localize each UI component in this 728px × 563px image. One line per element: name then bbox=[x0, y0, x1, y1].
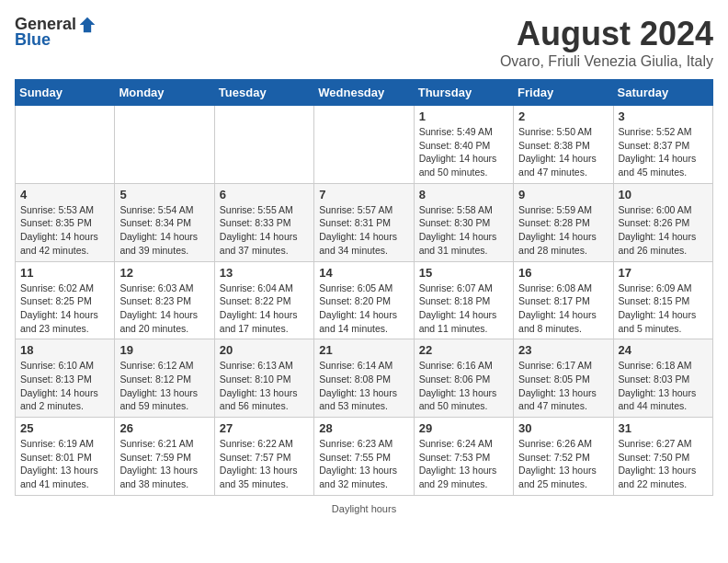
day-number: 17 bbox=[619, 266, 708, 280]
calendar-cell: 25Sunrise: 6:19 AMSunset: 8:01 PMDayligh… bbox=[16, 418, 115, 496]
header-friday: Friday bbox=[514, 80, 613, 106]
day-info: Sunrise: 6:18 AMSunset: 8:03 PMDaylight:… bbox=[619, 359, 708, 413]
day-number: 6 bbox=[220, 188, 309, 201]
day-number: 21 bbox=[319, 343, 408, 357]
calendar-cell: 29Sunrise: 6:24 AMSunset: 7:53 PMDayligh… bbox=[414, 418, 513, 496]
calendar-header-row: SundayMondayTuesdayWednesdayThursdayFrid… bbox=[16, 80, 713, 106]
day-info: Sunrise: 6:13 AMSunset: 8:10 PMDaylight:… bbox=[220, 359, 309, 413]
day-info: Sunrise: 6:19 AMSunset: 8:01 PMDaylight:… bbox=[20, 437, 109, 491]
header-monday: Monday bbox=[115, 80, 214, 106]
day-info: Sunrise: 5:59 AMSunset: 8:28 PMDaylight:… bbox=[518, 203, 608, 258]
day-info: Sunrise: 6:04 AMSunset: 8:22 PMDaylight:… bbox=[220, 282, 309, 336]
day-info: Sunrise: 5:57 AMSunset: 8:31 PMDaylight:… bbox=[319, 203, 408, 258]
day-info: Sunrise: 6:00 AMSunset: 8:26 PMDaylight:… bbox=[619, 203, 708, 258]
day-info: Sunrise: 5:52 AMSunset: 8:37 PMDaylight:… bbox=[619, 125, 708, 179]
calendar-cell: 2Sunrise: 5:50 AMSunset: 8:38 PMDaylight… bbox=[514, 106, 613, 184]
day-number: 20 bbox=[220, 343, 309, 357]
calendar-cell: 9Sunrise: 5:59 AMSunset: 8:28 PMDaylight… bbox=[514, 183, 613, 261]
day-number: 9 bbox=[518, 188, 608, 201]
day-info: Sunrise: 6:23 AMSunset: 7:55 PMDaylight:… bbox=[319, 437, 408, 491]
day-info: Sunrise: 6:12 AMSunset: 8:12 PMDaylight:… bbox=[119, 359, 209, 413]
day-info: Sunrise: 6:17 AMSunset: 8:05 PMDaylight:… bbox=[518, 359, 608, 413]
calendar-cell: 27Sunrise: 6:22 AMSunset: 7:57 PMDayligh… bbox=[214, 418, 313, 496]
calendar-cell bbox=[314, 106, 414, 184]
calendar-cell: 24Sunrise: 6:18 AMSunset: 8:03 PMDayligh… bbox=[613, 339, 712, 418]
day-number: 2 bbox=[518, 109, 608, 123]
calendar-cell: 15Sunrise: 6:07 AMSunset: 8:18 PMDayligh… bbox=[414, 261, 513, 339]
day-number: 30 bbox=[518, 421, 608, 435]
day-info: Sunrise: 6:22 AMSunset: 7:57 PMDaylight:… bbox=[220, 437, 309, 491]
day-info: Sunrise: 5:54 AMSunset: 8:34 PMDaylight:… bbox=[119, 203, 209, 258]
calendar-cell: 14Sunrise: 6:05 AMSunset: 8:20 PMDayligh… bbox=[314, 261, 414, 339]
calendar-cell: 17Sunrise: 6:09 AMSunset: 8:15 PMDayligh… bbox=[613, 261, 712, 339]
svg-marker-0 bbox=[80, 17, 96, 32]
day-info: Sunrise: 5:55 AMSunset: 8:33 PMDaylight:… bbox=[220, 203, 309, 258]
day-info: Sunrise: 5:58 AMSunset: 8:30 PMDaylight:… bbox=[419, 203, 508, 258]
day-number: 18 bbox=[20, 343, 109, 357]
header-sunday: Sunday bbox=[16, 80, 115, 106]
day-number: 5 bbox=[119, 188, 209, 201]
day-info: Sunrise: 6:16 AMSunset: 8:06 PMDaylight:… bbox=[419, 359, 508, 413]
header: General Blue August 2024 Ovaro, Friuli V… bbox=[15, 15, 713, 70]
footer-text: Daylight hours bbox=[332, 503, 396, 514]
day-info: Sunrise: 5:49 AMSunset: 8:40 PMDaylight:… bbox=[419, 125, 508, 179]
day-number: 25 bbox=[20, 421, 109, 435]
day-number: 3 bbox=[619, 109, 708, 123]
calendar-cell: 1Sunrise: 5:49 AMSunset: 8:40 PMDaylight… bbox=[414, 106, 513, 184]
logo-blue: Blue bbox=[15, 30, 51, 50]
main-title: August 2024 bbox=[500, 15, 713, 53]
day-number: 23 bbox=[518, 343, 608, 357]
title-area: August 2024 Ovaro, Friuli Venezia Giulia… bbox=[500, 15, 713, 70]
day-number: 14 bbox=[319, 266, 408, 280]
week-row-3: 18Sunrise: 6:10 AMSunset: 8:13 PMDayligh… bbox=[16, 339, 713, 418]
day-number: 31 bbox=[619, 421, 708, 435]
header-thursday: Thursday bbox=[414, 80, 513, 106]
day-info: Sunrise: 6:08 AMSunset: 8:17 PMDaylight:… bbox=[518, 282, 608, 336]
logo-icon bbox=[78, 16, 97, 34]
calendar-cell: 4Sunrise: 5:53 AMSunset: 8:35 PMDaylight… bbox=[16, 183, 115, 261]
week-row-0: 1Sunrise: 5:49 AMSunset: 8:40 PMDaylight… bbox=[16, 106, 713, 184]
day-info: Sunrise: 6:03 AMSunset: 8:23 PMDaylight:… bbox=[119, 282, 209, 336]
day-info: Sunrise: 6:24 AMSunset: 7:53 PMDaylight:… bbox=[419, 437, 508, 491]
calendar-cell bbox=[16, 106, 115, 184]
header-tuesday: Tuesday bbox=[214, 80, 313, 106]
calendar-cell bbox=[214, 106, 313, 184]
day-info: Sunrise: 6:21 AMSunset: 7:59 PMDaylight:… bbox=[119, 437, 209, 491]
calendar-cell: 23Sunrise: 6:17 AMSunset: 8:05 PMDayligh… bbox=[514, 339, 613, 418]
day-number: 7 bbox=[319, 188, 408, 201]
calendar-cell: 13Sunrise: 6:04 AMSunset: 8:22 PMDayligh… bbox=[214, 261, 313, 339]
day-number: 13 bbox=[220, 266, 309, 280]
calendar-cell: 22Sunrise: 6:16 AMSunset: 8:06 PMDayligh… bbox=[414, 339, 513, 418]
day-number: 15 bbox=[419, 266, 508, 280]
day-number: 11 bbox=[20, 266, 109, 280]
day-info: Sunrise: 6:26 AMSunset: 7:52 PMDaylight:… bbox=[518, 437, 608, 491]
calendar-cell: 21Sunrise: 6:14 AMSunset: 8:08 PMDayligh… bbox=[314, 339, 414, 418]
week-row-1: 4Sunrise: 5:53 AMSunset: 8:35 PMDaylight… bbox=[16, 183, 713, 261]
day-number: 8 bbox=[419, 188, 508, 201]
header-saturday: Saturday bbox=[613, 80, 712, 106]
calendar-cell: 10Sunrise: 6:00 AMSunset: 8:26 PMDayligh… bbox=[613, 183, 712, 261]
day-number: 22 bbox=[419, 343, 508, 357]
calendar-cell: 20Sunrise: 6:13 AMSunset: 8:10 PMDayligh… bbox=[214, 339, 313, 418]
day-number: 16 bbox=[518, 266, 608, 280]
logo: General Blue bbox=[15, 15, 97, 50]
week-row-2: 11Sunrise: 6:02 AMSunset: 8:25 PMDayligh… bbox=[16, 261, 713, 339]
day-number: 27 bbox=[220, 421, 309, 435]
calendar-cell: 6Sunrise: 5:55 AMSunset: 8:33 PMDaylight… bbox=[214, 183, 313, 261]
day-number: 26 bbox=[119, 421, 209, 435]
footer-note: Daylight hours bbox=[15, 503, 713, 514]
calendar-cell: 5Sunrise: 5:54 AMSunset: 8:34 PMDaylight… bbox=[115, 183, 214, 261]
day-info: Sunrise: 6:10 AMSunset: 8:13 PMDaylight:… bbox=[20, 359, 109, 413]
header-wednesday: Wednesday bbox=[314, 80, 414, 106]
day-info: Sunrise: 5:53 AMSunset: 8:35 PMDaylight:… bbox=[20, 203, 109, 258]
calendar-cell: 3Sunrise: 5:52 AMSunset: 8:37 PMDaylight… bbox=[613, 106, 712, 184]
week-row-4: 25Sunrise: 6:19 AMSunset: 8:01 PMDayligh… bbox=[16, 418, 713, 496]
day-info: Sunrise: 6:02 AMSunset: 8:25 PMDaylight:… bbox=[20, 282, 109, 336]
day-info: Sunrise: 6:07 AMSunset: 8:18 PMDaylight:… bbox=[419, 282, 508, 336]
calendar-cell: 28Sunrise: 6:23 AMSunset: 7:55 PMDayligh… bbox=[314, 418, 414, 496]
day-number: 29 bbox=[419, 421, 508, 435]
day-number: 12 bbox=[119, 266, 209, 280]
day-info: Sunrise: 6:14 AMSunset: 8:08 PMDaylight:… bbox=[319, 359, 408, 413]
day-number: 24 bbox=[619, 343, 708, 357]
calendar-cell: 18Sunrise: 6:10 AMSunset: 8:13 PMDayligh… bbox=[16, 339, 115, 418]
